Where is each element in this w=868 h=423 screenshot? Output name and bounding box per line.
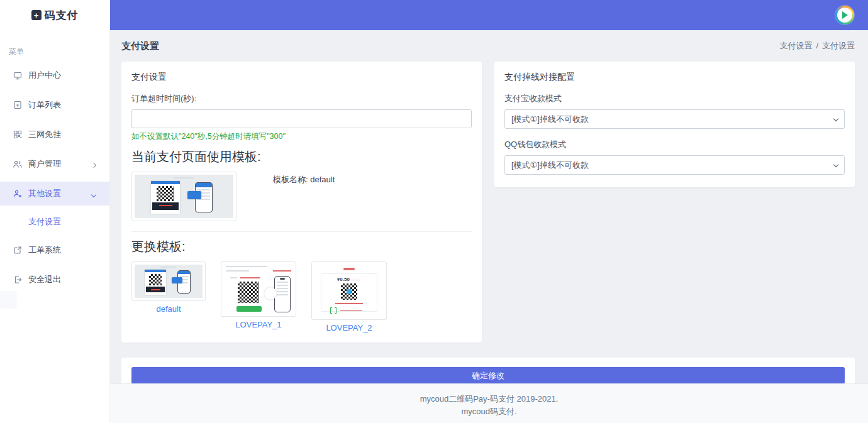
card-title: 支付掉线对接配置 (504, 72, 845, 83)
mini-red-badge (343, 268, 355, 270)
payment-settings-card: 支付设置 订单超时时间(秒): 如不设置默认"240"秒,5分钟超时请填写"30… (121, 62, 482, 343)
template-name-value: default (310, 175, 335, 184)
top-header-bar (110, 0, 868, 30)
mini-qr-with-logo (341, 283, 357, 300)
merchants-users-icon (13, 159, 23, 169)
brand-logo[interactable]: + 码支付 (0, 0, 109, 30)
page-header: 支付设置 支付设置/支付设置 (121, 30, 855, 62)
timeout-input[interactable] (131, 109, 472, 128)
footer-line-1: mycoud二维码Pay-码支付 2019-2021. (110, 393, 868, 405)
sidebar-item-merchant-management[interactable]: 商户管理 (0, 152, 109, 176)
content-area: 支付设置 支付设置/支付设置 支付设置 订单超时时间(秒): 如不设置默认"24… (110, 30, 868, 383)
mini-scan-icon (330, 307, 337, 314)
sidebar-item-order-list[interactable]: ¥ 订单列表 (0, 93, 109, 117)
sidebar-item-label: 工单系统 (28, 244, 61, 256)
sidebar-item-three-networks[interactable]: 三网免挂 (0, 123, 109, 146)
qr-grid-icon (13, 129, 23, 140)
template-thumbnail-lovepay1 (221, 261, 296, 317)
logout-icon (13, 275, 23, 285)
template-preview-amount: ¥0.50 —— (321, 277, 377, 282)
template-name-row: 模板名称: default (273, 174, 335, 185)
user-gear-icon (13, 189, 23, 199)
qq-mode-value: [模式①]掉线不可收款 (511, 160, 589, 171)
current-template-thumbnail (131, 172, 236, 221)
change-template-heading: 更换模板: (131, 238, 472, 255)
mini-blue-card (187, 191, 201, 199)
cards-row: 支付设置 订单超时时间(秒): 如不设置默认"240"秒,5分钟超时请填写"30… (121, 62, 855, 343)
card-title: 支付设置 (131, 72, 472, 83)
sidebar-item-user-center[interactable]: 用户中心 (0, 63, 109, 87)
current-template-row: 模板名称: default (131, 172, 472, 221)
template-options-row: default (131, 261, 472, 332)
sidebar-item-work-order[interactable]: 工单系统 (0, 238, 109, 262)
sidebar-item-label: 三网免挂 (28, 129, 61, 140)
sidebar-subitem-payment-settings[interactable]: 支付设置 (0, 211, 109, 233)
breadcrumb-current[interactable]: 支付设置 (822, 41, 855, 50)
timeout-label: 订单超时时间(秒): (131, 93, 472, 104)
template-name-label: 模板名称: (273, 175, 308, 184)
avatar[interactable] (835, 6, 854, 25)
confirm-submit-button[interactable]: 确定修改 (131, 367, 845, 383)
sidebar-item-label: 其他设置 (28, 188, 61, 199)
sidebar-item-logout[interactable]: 安全退出 (0, 268, 109, 292)
sidebar-item-label: 安全退出 (28, 274, 61, 285)
sidebar-item-other-settings[interactable]: 其他设置 (0, 182, 109, 206)
alipay-mode-select[interactable]: [模式①]掉线不可收款 (504, 109, 845, 129)
template-thumbnail-lovepay2: ¥0.50 —— (311, 261, 387, 320)
template-link-lovepay2[interactable]: LOVEPAY_2 (326, 323, 372, 332)
template-option-default[interactable]: default (131, 261, 206, 314)
breadcrumb-separator: / (816, 41, 818, 50)
chevron-down-icon (833, 116, 838, 121)
template-link-default[interactable]: default (156, 304, 181, 314)
alipay-mode-value: [模式①]掉线不可收款 (511, 114, 589, 125)
template-preview-default (135, 175, 233, 218)
offline-config-card: 支付掉线对接配置 支付宝收款模式 [模式①]掉线不可收款 QQ钱包收款模式 [模… (494, 62, 855, 187)
alipay-mode-label: 支付宝收款模式 (504, 93, 845, 104)
order-list-icon: ¥ (13, 100, 23, 110)
chevron-right-icon (92, 160, 96, 169)
timeout-hint: 如不设置默认"240"秒,5分钟超时请填写"300" (131, 131, 472, 142)
footer-line-2: mycoud码支付. (110, 405, 868, 418)
mini-qr-card (151, 181, 180, 214)
main-column: 支付设置 支付设置/支付设置 支付设置 订单超时时间(秒): 如不设置默认"24… (110, 0, 868, 423)
template-option-lovepay2[interactable]: ¥0.50 —— (311, 261, 387, 332)
svg-text:¥: ¥ (16, 102, 19, 108)
sidebar-collapse-tab[interactable] (0, 291, 16, 307)
current-template-heading: 当前支付页面使用模板: (131, 148, 472, 165)
template-thumbnail-default (131, 261, 206, 301)
sidebar-item-label: 订单列表 (28, 99, 61, 111)
qq-mode-select[interactable]: [模式①]掉线不可收款 (504, 155, 845, 175)
chevron-down-icon (92, 189, 96, 199)
sidebar-item-label: 商户管理 (28, 158, 61, 170)
sidebar: + 码支付 菜单 用户中心 ¥ 订单列表 三网免挂 商户管理 (0, 0, 110, 423)
sidebar-item-label: 用户中心 (28, 70, 61, 81)
page-footer: mycoud二维码Pay-码支付 2019-2021. mycoud码支付. (110, 383, 868, 423)
ticket-export-icon (13, 245, 23, 255)
qq-mode-label: QQ钱包收款模式 (504, 139, 845, 150)
desktop-icon (13, 70, 23, 80)
template-option-lovepay1[interactable]: LOVEPAY_1 (221, 261, 296, 329)
page-title: 支付设置 (121, 40, 159, 52)
breadcrumb: 支付设置/支付设置 (779, 40, 855, 52)
qr-pay-logo-icon: + (31, 10, 42, 20)
template-link-lovepay1[interactable]: LOVEPAY_1 (235, 320, 281, 329)
sidebar-item-label: 支付设置 (28, 216, 61, 228)
brand-name: 码支付 (45, 8, 79, 23)
breadcrumb-section[interactable]: 支付设置 (779, 41, 812, 50)
chevron-down-icon (833, 162, 838, 167)
menu-section-label: 菜单 (0, 30, 109, 63)
confirm-card: 确定修改 (121, 358, 855, 383)
section-divider (131, 231, 472, 232)
